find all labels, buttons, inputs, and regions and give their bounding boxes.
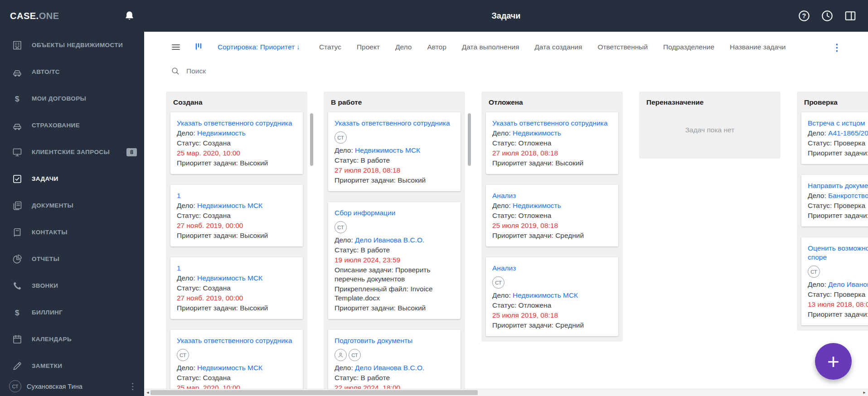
scrollbar-thumb[interactable] [150, 390, 478, 395]
sidebar-item[interactable]: ЗВОНКИ [0, 272, 144, 299]
task-title[interactable]: Анализ [492, 264, 612, 273]
sidebar-item[interactable]: ОБЪЕКТЫ НЕДВИЖИМОСТИ [0, 32, 144, 58]
assignee-initials-badge[interactable]: СТ [492, 276, 504, 289]
user-profile[interactable]: СТ Сухановская Тина ⋮ [0, 379, 144, 396]
task-title[interactable]: Анализ [492, 191, 612, 200]
task-title[interactable]: Сбор информации [335, 208, 454, 217]
menu-icon[interactable] [170, 42, 181, 53]
horizontal-scrollbar[interactable]: ◄ ► [144, 389, 868, 396]
task-card[interactable]: 1Дело: Недвижимость МСКСтатус: Создана27… [170, 185, 303, 246]
task-card[interactable]: 1Дело: Недвижимость МСКСтатус: Создана27… [170, 257, 303, 319]
sidebar-item[interactable]: ЗАМЕТКИ [0, 353, 144, 379]
task-card[interactable]: Указать ответственного сотрудникаСТДело:… [170, 330, 303, 389]
task-title[interactable]: Указать ответственного сотрудника [177, 119, 296, 128]
sidebar-item-label: ЗАДАЧИ [32, 175, 58, 182]
case-link[interactable]: Недвижимость [197, 129, 246, 137]
case-link[interactable]: Недвижимость [513, 202, 561, 209]
case-link[interactable]: Недвижимость МСК [197, 364, 262, 372]
task-title[interactable]: Оценить возможность в судебном споре [808, 244, 868, 262]
help-icon[interactable]: ? [797, 9, 811, 23]
assignee-initials-badge[interactable]: СТ [349, 349, 361, 361]
assignee-badges: СТ [335, 349, 454, 361]
history-icon[interactable] [820, 9, 834, 23]
case-label: Дело: [335, 146, 355, 154]
task-card[interactable]: Сбор информацииСТДело: Дело Иванова В.С.… [328, 202, 461, 319]
brand-light: ONE [39, 11, 59, 21]
assignee-initials-badge[interactable]: СТ [335, 221, 347, 233]
user-menu-icon[interactable]: ⋮ [127, 382, 139, 391]
filter-chip[interactable]: Дата создания [534, 43, 582, 51]
topbar: CASE.ONE Задачи ? [0, 0, 868, 32]
case-link[interactable]: Недвижимость МСК [197, 202, 262, 209]
task-card[interactable]: АнализДело: НедвижимостьСтатус: Отложена… [486, 185, 618, 246]
case-link[interactable]: Недвижимость [513, 129, 561, 137]
pen-icon [12, 361, 23, 372]
case-link[interactable]: Недвижимость МСК [197, 274, 262, 282]
case-link[interactable]: А41-1865/2018 [828, 129, 868, 137]
sidebar-item[interactable]: АВТО/ТС [0, 58, 144, 85]
case-link[interactable]: Недвижимость МСК [355, 146, 420, 154]
case-link[interactable]: Банкротство [828, 192, 868, 199]
sidebar-item[interactable]: $БИЛЛИНГ [0, 299, 144, 326]
board-menu-icon[interactable]: ⋮ [832, 43, 842, 52]
sidebar-item[interactable]: КАЛЕНДАРЬ [0, 326, 144, 353]
case-row: Дело: Недвижимость МСК [177, 274, 296, 283]
notifications-bell-icon[interactable] [123, 10, 136, 22]
assignee-initials-badge[interactable]: СТ [808, 266, 820, 278]
assignee-icon[interactable] [335, 349, 347, 361]
search-input[interactable] [186, 67, 395, 75]
sidebar-item[interactable]: $МОИ ДОГОВОРЫ [0, 85, 144, 112]
task-card[interactable]: Направить документыДело: БанкротствоСтат… [801, 175, 868, 227]
task-card[interactable]: Указать ответственного сотрудникаСТДело:… [328, 112, 461, 191]
task-card[interactable]: Подготовить документыСТДело: Дело Иванов… [328, 330, 461, 389]
case-link[interactable]: Дело Иванова В.С.О. [355, 236, 424, 244]
sidebar-item[interactable]: ОТЧЕТЫ [0, 246, 144, 272]
filter-chip[interactable]: Автор [427, 43, 446, 51]
task-field: Статус: В работе [335, 156, 454, 165]
assignee-initials-badge[interactable]: СТ [335, 131, 347, 144]
case-link[interactable]: Дело Иванова В.С.О. [828, 280, 868, 288]
assignee-badges: СТ [335, 221, 454, 233]
task-title[interactable]: Указать ответственного сотрудника [492, 119, 612, 128]
filter-chip[interactable]: Проект [357, 43, 380, 51]
filter-chip[interactable]: Подразделение [663, 43, 714, 51]
filter-chip[interactable]: Ответственный [597, 43, 648, 51]
task-card[interactable]: Указать ответственного сотрудникаДело: Н… [170, 112, 303, 174]
task-card[interactable]: АнализСТДело: Недвижимость МСКСтатус: От… [486, 257, 618, 336]
task-title[interactable]: 1 [177, 264, 296, 273]
column-scrollbar[interactable] [310, 113, 313, 166]
task-title[interactable]: Встреча с истцом [808, 119, 868, 128]
filter-chip[interactable]: Название задачи [730, 43, 786, 51]
case-link[interactable]: Недвижимость МСК [513, 291, 578, 299]
sidebar-item-label: ДОКУМЕНТЫ [32, 202, 73, 209]
filter-chip[interactable]: Дело [395, 43, 412, 51]
kanban-view-icon[interactable] [194, 42, 203, 52]
add-task-button[interactable]: + [815, 343, 852, 380]
filter-chip[interactable]: Статус [319, 43, 341, 51]
task-title[interactable]: Указать ответственного сотрудника [177, 336, 296, 345]
filter-chip[interactable]: Дата выполнения [462, 43, 519, 51]
task-field: Статус: Отложена [492, 139, 612, 148]
sidebar-item[interactable]: КОНТАКТЫ [0, 219, 144, 246]
assignee-initials-badge[interactable]: СТ [177, 349, 189, 361]
task-card[interactable]: Оценить возможность в судебном спореСТДе… [801, 237, 868, 325]
assignee-badges: СТ [808, 266, 868, 278]
sidebar-item[interactable]: ЗАДАЧИ [0, 165, 144, 192]
scroll-right-icon[interactable]: ► [861, 391, 868, 395]
task-title[interactable]: 1 [177, 191, 296, 200]
column-scrollbar[interactable] [468, 113, 471, 166]
task-card[interactable]: Указать ответственного сотрудникаДело: Н… [486, 112, 618, 174]
task-title[interactable]: Указать ответственного сотрудника [335, 119, 454, 128]
layout-icon[interactable] [844, 9, 857, 23]
sidebar-item[interactable]: КЛИЕНТСКИЕ ЗАПРОСЫ8 [0, 139, 144, 165]
task-title[interactable]: Направить документы [808, 181, 868, 190]
case-link[interactable]: Дело Иванова В.С.О. [355, 364, 424, 372]
task-card[interactable]: Встреча с истцомДело: А41-1865/2018Стату… [801, 112, 868, 164]
sidebar-item[interactable]: ДОКУМЕНТЫ [0, 192, 144, 219]
sort-control[interactable]: Сортировка: Приоритет ↓ [218, 43, 300, 51]
task-title[interactable]: Подготовить документы [335, 336, 454, 345]
column-title: Создана [166, 92, 307, 111]
due-date: 25 мар. 2020, 10:00 [177, 149, 296, 158]
case-label: Дело: [808, 192, 828, 199]
sidebar-item[interactable]: СТРАХОВАНИЕ [0, 112, 144, 139]
